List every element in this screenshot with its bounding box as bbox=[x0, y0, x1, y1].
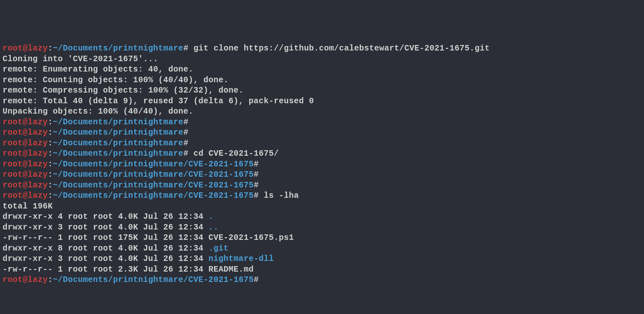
prompt-user-host: root@lazy bbox=[3, 170, 48, 179]
ls-file-name: README.md bbox=[209, 265, 254, 274]
prompt-path: ~/Documents/printnightmare/CVE-2021-1675 bbox=[53, 191, 254, 200]
output-text: remote: Compressing objects: 100% (32/32… bbox=[3, 85, 641, 96]
terminal-line: root@lazy:~/Documents/printnightmare# bbox=[3, 138, 641, 149]
output-text: Cloning into 'CVE-2021-1675'... bbox=[3, 54, 641, 65]
prompt-separator: : bbox=[48, 139, 53, 148]
prompt-separator: : bbox=[48, 275, 53, 285]
prompt-separator: : bbox=[48, 149, 53, 158]
prompt-user-host: root@lazy bbox=[3, 139, 48, 148]
prompt-path: ~/Documents/printnightmare/CVE-2021-1675 bbox=[53, 170, 254, 179]
ls-entry: drwxr-xr-x 8 root root 4.0K Jul 26 12:34… bbox=[3, 243, 641, 254]
terminal-line: root@lazy:~/Documents/printnightmare# bbox=[3, 128, 641, 138]
ls-entry: -rw-r--r-- 1 root root 175K Jul 26 12:34… bbox=[3, 233, 641, 243]
terminal-output[interactable]: root@lazy:~/Documents/printnightmare# gi… bbox=[3, 43, 641, 286]
prompt-hash: # bbox=[254, 191, 259, 200]
prompt-hash: # bbox=[183, 44, 189, 53]
prompt-path: ~/Documents/printnightmare bbox=[53, 149, 183, 158]
output-text: remote: Total 40 (delta 9), reused 37 (d… bbox=[3, 96, 641, 107]
prompt-separator: : bbox=[48, 118, 53, 127]
terminal-line: root@lazy:~/Documents/printnightmare# bbox=[3, 117, 641, 128]
prompt-separator: : bbox=[48, 160, 53, 169]
ls-directory-name: nightmare-dll bbox=[209, 254, 274, 264]
ls-permissions: drwxr-xr-x 4 root root 4.0K Jul 26 12:34 bbox=[3, 212, 209, 221]
prompt-path: ~/Documents/printnightmare bbox=[53, 128, 183, 137]
ls-permissions: drwxr-xr-x 3 root root 4.0K Jul 26 12:34 bbox=[3, 254, 209, 264]
prompt-path: ~/Documents/printnightmare bbox=[53, 118, 183, 127]
command-text: cd CVE-2021-1675/ bbox=[189, 149, 279, 158]
ls-entry: drwxr-xr-x 4 root root 4.0K Jul 26 12:34… bbox=[3, 212, 641, 222]
prompt-user-host: root@lazy bbox=[3, 44, 48, 53]
prompt-user-host: root@lazy bbox=[3, 275, 48, 285]
prompt-path: ~/Documents/printnightmare/CVE-2021-1675 bbox=[53, 160, 254, 169]
prompt-path: ~/Documents/printnightmare bbox=[53, 139, 183, 148]
ls-entry: drwxr-xr-x 3 root root 4.0K Jul 26 12:34… bbox=[3, 222, 641, 233]
prompt-user-host: root@lazy bbox=[3, 191, 48, 200]
prompt-separator: : bbox=[48, 44, 53, 53]
prompt-separator: : bbox=[48, 181, 53, 190]
ls-directory-name: .git bbox=[209, 244, 229, 253]
ls-file-name: CVE-2021-1675.ps1 bbox=[209, 233, 294, 242]
prompt-hash: # bbox=[254, 170, 259, 179]
prompt-hash: # bbox=[183, 139, 189, 148]
terminal-line: root@lazy:~/Documents/printnightmare/CVE… bbox=[3, 180, 641, 191]
prompt-user-host: root@lazy bbox=[3, 118, 48, 127]
ls-directory-name: .. bbox=[209, 223, 219, 232]
prompt-path: ~/Documents/printnightmare bbox=[53, 44, 183, 53]
terminal-line: root@lazy:~/Documents/printnightmare/CVE… bbox=[3, 191, 641, 201]
prompt-hash: # bbox=[254, 275, 259, 285]
output-text: remote: Counting objects: 100% (40/40), … bbox=[3, 75, 641, 86]
ls-entry: drwxr-xr-x 3 root root 4.0K Jul 26 12:34… bbox=[3, 254, 641, 264]
prompt-hash: # bbox=[183, 118, 189, 127]
output-text: remote: Enumerating objects: 40, done. bbox=[3, 64, 641, 75]
ls-permissions: drwxr-xr-x 3 root root 4.0K Jul 26 12:34 bbox=[3, 223, 209, 232]
terminal-line: root@lazy:~/Documents/printnightmare/CVE… bbox=[3, 170, 641, 180]
prompt-path: ~/Documents/printnightmare/CVE-2021-1675 bbox=[53, 275, 254, 285]
output-text: Unpacking objects: 100% (40/40), done. bbox=[3, 107, 641, 117]
prompt-user-host: root@lazy bbox=[3, 160, 48, 169]
ls-entry: -rw-r--r-- 1 root root 2.3K Jul 26 12:34… bbox=[3, 264, 641, 275]
prompt-path: ~/Documents/printnightmare/CVE-2021-1675 bbox=[53, 181, 254, 190]
prompt-hash: # bbox=[254, 181, 259, 190]
prompt-separator: : bbox=[48, 170, 53, 179]
ls-directory-name: . bbox=[209, 212, 214, 221]
output-text: total 196K bbox=[3, 201, 641, 212]
terminal-line: root@lazy:~/Documents/printnightmare# gi… bbox=[3, 43, 641, 54]
command-text: git clone https://github.com/calebstewar… bbox=[189, 44, 490, 53]
prompt-hash: # bbox=[183, 149, 189, 158]
prompt-user-host: root@lazy bbox=[3, 149, 48, 158]
prompt-separator: : bbox=[48, 191, 53, 200]
command-text: ls -lha bbox=[259, 191, 299, 200]
terminal-line: root@lazy:~/Documents/printnightmare/CVE… bbox=[3, 159, 641, 170]
terminal-line: root@lazy:~/Documents/printnightmare# cd… bbox=[3, 149, 641, 159]
ls-permissions: drwxr-xr-x 8 root root 4.0K Jul 26 12:34 bbox=[3, 244, 209, 253]
prompt-hash: # bbox=[183, 128, 189, 137]
ls-permissions: -rw-r--r-- 1 root root 175K Jul 26 12:34 bbox=[3, 233, 209, 242]
prompt-user-host: root@lazy bbox=[3, 181, 48, 190]
prompt-user-host: root@lazy bbox=[3, 128, 48, 137]
ls-permissions: -rw-r--r-- 1 root root 2.3K Jul 26 12:34 bbox=[3, 265, 209, 274]
prompt-hash: # bbox=[254, 160, 259, 169]
prompt-separator: : bbox=[48, 128, 53, 137]
terminal-line: root@lazy:~/Documents/printnightmare/CVE… bbox=[3, 275, 641, 286]
